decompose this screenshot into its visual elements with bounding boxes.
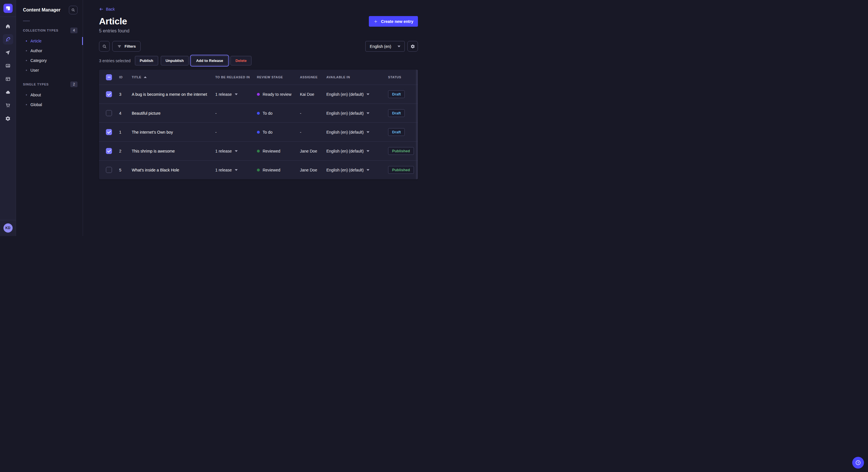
layout-icon [5, 76, 11, 82]
entries-table: ID TITLE TO BE RELEASED IN REVIEW STAGE … [99, 70, 418, 179]
filters-button[interactable]: Filters [112, 41, 141, 52]
publish-button[interactable]: Publish [135, 56, 158, 65]
assignee-cell: - [300, 130, 327, 134]
nav-item-marketplace[interactable] [3, 100, 13, 110]
sidebar-item-global[interactable]: Global [16, 100, 83, 109]
table-row[interactable]: 1 The internet's Own boy - To do - Engli… [99, 123, 418, 141]
select-all-checkbox[interactable] [106, 74, 112, 80]
cart-icon [5, 103, 11, 108]
create-new-entry-button[interactable]: Create new entry [369, 16, 418, 27]
release-caret-icon [235, 169, 238, 171]
sort-asc-icon [144, 76, 147, 78]
column-review-stage[interactable]: REVIEW STAGE [257, 75, 300, 79]
nav-item-releases[interactable] [3, 47, 13, 58]
nav-item-content-manager[interactable] [3, 34, 13, 44]
unpublish-button[interactable]: Unpublish [161, 56, 189, 65]
delete-button[interactable]: Delete [230, 56, 251, 65]
status-badge: Draft [388, 90, 405, 98]
row-checkbox[interactable] [106, 110, 112, 116]
review-stage-label: To do [262, 130, 272, 134]
nav-item-media-library[interactable] [3, 61, 13, 71]
release-cell[interactable]: - [215, 111, 257, 115]
entries-count: 5 entries found [99, 28, 129, 34]
locale-select[interactable]: English (en) [365, 41, 405, 52]
row-checkbox[interactable] [106, 91, 112, 97]
available-in-cell[interactable]: English (en) (default) [327, 92, 388, 97]
table-row[interactable]: 4 Beautiful picture - To do - English (e… [99, 103, 418, 123]
column-assignee[interactable]: ASSIGNEE [300, 75, 327, 79]
nav-item-deploy[interactable] [3, 87, 13, 97]
filters-label: Filters [125, 44, 136, 48]
main-nav-footer-divider [0, 220, 16, 220]
release-value: 1 release [215, 168, 232, 172]
sidebar-item-label: Article [30, 39, 42, 43]
available-in-cell[interactable]: English (en) (default) [327, 168, 388, 172]
table-row[interactable]: 5 What's inside a Black Hole 1 release R… [99, 160, 418, 179]
row-checkbox[interactable] [106, 148, 112, 154]
sidebar-item-label: User [30, 68, 39, 72]
sidebar-item-category[interactable]: Category [16, 56, 83, 65]
column-title-label: TITLE [132, 75, 142, 79]
sidebar-item-about[interactable]: About [16, 90, 83, 100]
subnav-title: Content Manager [23, 7, 61, 12]
gear-icon [5, 116, 11, 121]
gear-icon [410, 44, 415, 49]
column-title[interactable]: TITLE [132, 75, 215, 79]
sidebar-item-author[interactable]: Author [16, 46, 83, 56]
release-value: - [215, 111, 217, 115]
row-title: This shrimp is awesome [132, 149, 215, 154]
subnav-search-button[interactable] [69, 6, 78, 14]
available-in-value: English (en) (default) [327, 92, 364, 97]
main-nav: KD [0, 0, 16, 236]
strapi-logo[interactable] [3, 4, 12, 13]
main-nav-items [3, 21, 13, 124]
table-row[interactable]: 3 A bug is becoming a meme on the intern… [99, 85, 418, 103]
release-value: 1 release [215, 149, 232, 154]
available-in-caret-icon [367, 112, 369, 114]
release-value: 1 release [215, 92, 232, 97]
table-header-row: ID TITLE TO BE RELEASED IN REVIEW STAGE … [99, 70, 418, 85]
available-in-cell[interactable]: English (en) (default) [327, 111, 388, 115]
column-available-in[interactable]: AVAILABLE IN [327, 75, 388, 79]
column-id[interactable]: ID [119, 75, 132, 79]
column-status[interactable]: STATUS [388, 75, 415, 79]
app-root: KD Content Manager COLLECTION TYPES 4 Ar… [0, 0, 434, 236]
row-checkbox[interactable] [106, 129, 112, 135]
user-avatar[interactable]: KD [3, 224, 12, 233]
status-cell: Draft [388, 109, 415, 117]
release-cell[interactable]: - [215, 130, 257, 134]
available-in-cell[interactable]: English (en) (default) [327, 149, 388, 154]
strapi-logo-icon [3, 4, 12, 13]
cloud-icon [5, 90, 11, 95]
nav-item-home[interactable] [3, 21, 13, 31]
review-stage-label: Ready to review [262, 92, 291, 97]
table-scrollbar[interactable] [416, 70, 418, 179]
nav-item-content-type-builder[interactable] [3, 74, 13, 84]
available-in-caret-icon [367, 150, 369, 152]
sidebar-item-user[interactable]: User [16, 65, 83, 75]
release-cell[interactable]: 1 release [215, 92, 257, 97]
column-to-be-released-in[interactable]: TO BE RELEASED IN [215, 75, 257, 79]
bullet-icon [26, 40, 27, 42]
review-stage-dot [257, 93, 260, 96]
nav-item-settings[interactable] [3, 113, 13, 124]
review-stage-cell: To do [257, 111, 300, 115]
row-title: Beautiful picture [132, 111, 215, 115]
search-icon [71, 8, 75, 12]
back-link[interactable]: Back [99, 7, 115, 11]
release-cell[interactable]: 1 release [215, 149, 257, 154]
release-cell[interactable]: 1 release [215, 168, 257, 172]
search-button[interactable] [99, 41, 110, 52]
row-id: 3 [119, 92, 132, 97]
table-body: 3 A bug is becoming a meme on the intern… [99, 85, 418, 179]
bullet-icon [26, 94, 27, 96]
view-settings-button[interactable] [407, 41, 418, 52]
status-cell: Draft [388, 128, 415, 136]
available-in-cell[interactable]: English (en) (default) [327, 130, 388, 134]
table-row[interactable]: 2 This shrimp is awesome 1 release Revie… [99, 141, 418, 160]
main-nav-footer: KD [0, 220, 16, 236]
add-to-release-button[interactable]: Add to Release [191, 56, 228, 65]
home-icon [5, 24, 11, 29]
row-checkbox[interactable] [106, 167, 112, 173]
sidebar-item-article[interactable]: Article [16, 36, 83, 46]
